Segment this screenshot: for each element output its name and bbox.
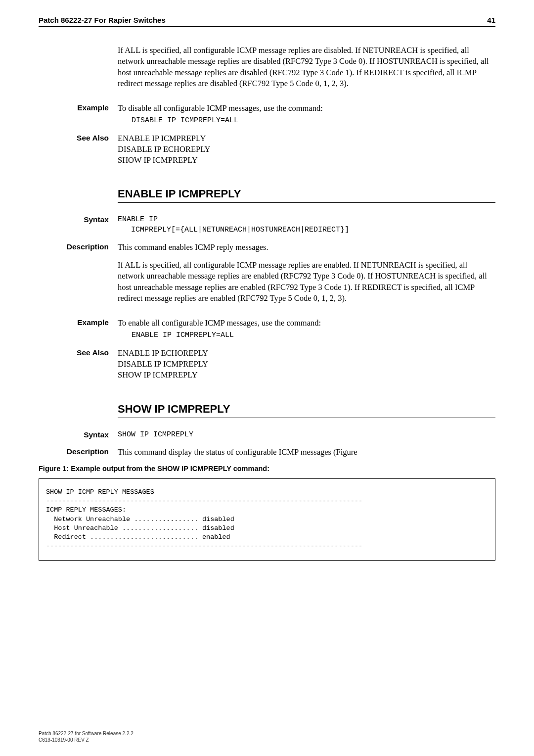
enable-heading: ENABLE IP ICMPREPLY (118, 188, 495, 203)
enable-desc-long: If ALL is specified, all configurable IC… (118, 260, 495, 304)
disable-example-cmd: DISABLE IP ICMPREPLY=ALL (132, 116, 495, 126)
see-also-item: SHOW IP ICMPREPLY (118, 155, 495, 166)
show-syntax: SHOW IP ICMPREPLY (118, 430, 495, 440)
disable-see-also: ENABLE IP ICMPREPLY DISABLE IP ECHOREPLY… (118, 133, 495, 166)
see-also-item: DISABLE IP ICMPREPLY (118, 359, 495, 370)
description-label: Description (39, 447, 118, 458)
page-header: Patch 86222-27 For Rapier Switches 41 (39, 16, 495, 27)
enable-syntax: ENABLE IP ICMPREPLY[={ALL|NETUNREACH|HOS… (118, 215, 495, 235)
disable-example-desc: To disable all configurable ICMP message… (118, 103, 495, 114)
intro-paragraph: If ALL is specified, all configurable IC… (118, 45, 495, 89)
code-output-box: SHOW IP ICMP REPLY MESSAGES ------------… (39, 478, 495, 561)
show-description: This command display the status of confi… (118, 447, 495, 458)
footer-line-1: Patch 86222-27 for Software Release 2.2.… (39, 730, 134, 737)
see-also-label: See Also (39, 348, 118, 381)
header-title: Patch 86222-27 For Rapier Switches (39, 16, 166, 24)
show-heading: SHOW IP ICMPREPLY (118, 403, 495, 418)
description-label: Description (39, 242, 118, 311)
page-number: 41 (487, 16, 495, 24)
see-also-item: ENABLE IP ECHOREPLY (118, 348, 495, 359)
see-also-item: DISABLE IP ECHOREPLY (118, 144, 495, 155)
syntax-label: Syntax (39, 215, 118, 235)
footer-line-2: C613-10319-00 REV Z (39, 737, 134, 743)
enable-desc-short: This command enables ICMP reply messages… (118, 242, 495, 253)
example-label: Example (39, 318, 118, 341)
see-also-label: See Also (39, 133, 118, 166)
syntax-line: ICMPREPLY[={ALL|NETUNREACH|HOSTUNREACH|R… (118, 226, 349, 234)
see-also-item: ENABLE IP ICMPREPLY (118, 133, 495, 144)
see-also-item: SHOW IP ICMPREPLY (118, 370, 495, 380)
page-footer: Patch 86222-27 for Software Release 2.2.… (39, 730, 134, 743)
enable-see-also: ENABLE IP ECHOREPLY DISABLE IP ICMPREPLY… (118, 348, 495, 381)
syntax-line: ENABLE IP (118, 215, 158, 224)
enable-example-cmd: ENABLE IP ICMPREPLY=ALL (132, 331, 495, 340)
figure-caption: Figure 1: Example output from the SHOW I… (39, 465, 495, 472)
syntax-label: Syntax (39, 430, 118, 440)
enable-example-desc: To enable all configurable ICMP messages… (118, 318, 495, 329)
enable-example: To enable all configurable ICMP messages… (118, 318, 495, 341)
example-label: Example (39, 103, 118, 126)
disable-example-text: To disable all configurable ICMP message… (118, 103, 495, 126)
enable-description: This command enables ICMP reply messages… (118, 242, 495, 311)
empty-label (39, 45, 118, 96)
